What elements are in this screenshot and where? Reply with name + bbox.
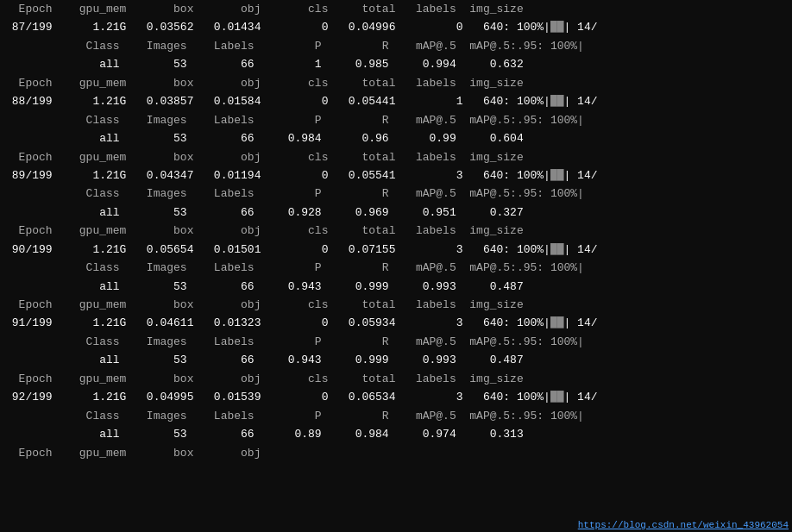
epoch-92-data: 92/199 1.21G 0.04995 0.01539 0 0.06534 3… [0, 388, 792, 406]
epoch-89-block: Epoch gpu_mem box obj cls total labels i… [0, 148, 792, 222]
epoch-next-block: Epoch gpu_mem box obj [0, 444, 792, 462]
epoch-87-header: Epoch gpu_mem box obj cls total labels i… [0, 0, 792, 18]
epoch-92-header: Epoch gpu_mem box obj cls total labels i… [0, 370, 792, 388]
epoch-89-header: Epoch gpu_mem box obj cls total labels i… [0, 148, 792, 166]
epoch-87-block: Epoch gpu_mem box obj cls total labels i… [0, 0, 792, 74]
epoch-90-metrics: all 53 66 0.943 0.999 0.993 0.487 [0, 278, 792, 296]
epoch-88-metrics: all 53 66 0.984 0.96 0.99 0.604 [0, 129, 792, 147]
epoch-89-metrics: all 53 66 0.928 0.969 0.951 0.327 [0, 203, 792, 222]
epoch-90-metrics-header: Class Images Labels P R mAP@.5 mAP@.5:.9… [0, 259, 792, 277]
epoch-88-block: Epoch gpu_mem box obj cls total labels i… [0, 74, 792, 148]
epoch-91-data: 91/199 1.21G 0.04611 0.01323 0 0.05934 3… [0, 314, 792, 332]
epoch-92-block: Epoch gpu_mem box obj cls total labels i… [0, 370, 792, 444]
watermark-link[interactable]: https://blog.csdn.net/weixin_43962054 [578, 520, 789, 530]
epoch-91-metrics-header: Class Images Labels P R mAP@.5 mAP@.5:.9… [0, 333, 792, 351]
epoch-88-header: Epoch gpu_mem box obj cls total labels i… [0, 74, 792, 92]
epoch-91-header: Epoch gpu_mem box obj cls total labels i… [0, 296, 792, 314]
epoch-next-header: Epoch gpu_mem box obj [0, 444, 792, 462]
epoch-89-data: 89/199 1.21G 0.04347 0.01194 0 0.05541 3… [0, 166, 792, 185]
epoch-88-metrics-header: Class Images Labels P R mAP@.5 mAP@.5:.9… [0, 111, 792, 129]
epoch-89-metrics-header: Class Images Labels P R mAP@.5 mAP@.5:.9… [0, 185, 792, 203]
epoch-92-metrics-header: Class Images Labels P R mAP@.5 mAP@.5:.9… [0, 407, 792, 425]
epoch-87-metrics: all 53 66 1 0.985 0.994 0.632 [0, 55, 792, 73]
epoch-90-header: Epoch gpu_mem box obj cls total labels i… [0, 222, 792, 240]
epoch-87-data: 87/199 1.21G 0.03562 0.01434 0 0.04996 0… [0, 18, 792, 36]
epoch-87-metrics-header: Class Images Labels P R mAP@.5 mAP@.5:.9… [0, 37, 792, 55]
epoch-90-data: 90/199 1.21G 0.05654 0.01501 0 0.07155 3… [0, 241, 792, 259]
terminal-window: Epoch gpu_mem box obj cls total labels i… [0, 0, 792, 532]
epoch-92-metrics: all 53 66 0.89 0.984 0.974 0.313 [0, 425, 792, 443]
epoch-91-metrics: all 53 66 0.943 0.999 0.993 0.487 [0, 351, 792, 369]
epoch-91-block: Epoch gpu_mem box obj cls total labels i… [0, 296, 792, 370]
epoch-90-block: Epoch gpu_mem box obj cls total labels i… [0, 222, 792, 296]
epoch-88-data: 88/199 1.21G 0.03857 0.01584 0 0.05441 1… [0, 92, 792, 110]
